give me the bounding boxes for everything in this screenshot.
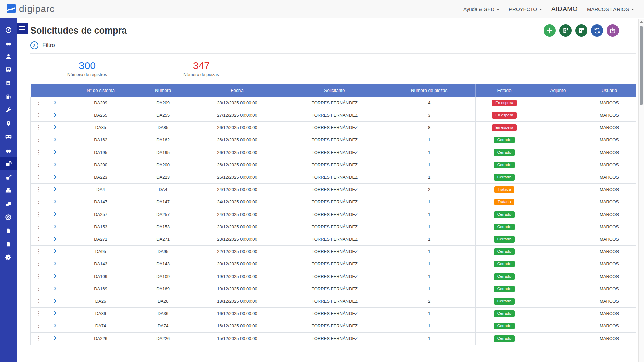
column-header-solicitante[interactable]: Solicitante (286, 84, 383, 97)
row-actions-menu-icon[interactable]: ⋮ (36, 124, 41, 130)
sidebar-item-3-bus-driver-icon[interactable] (0, 63, 17, 76)
row-actions-menu-icon[interactable]: ⋮ (36, 273, 41, 279)
row-requester: TORRES FERNÁNDEZ (286, 109, 383, 121)
sidebar-item-2-user-icon[interactable] (0, 50, 17, 63)
row-actions-menu-icon[interactable]: ⋮ (36, 112, 41, 118)
sidebar-item-7-map-pin-icon[interactable] (0, 117, 17, 130)
sidebar-item-12-cash-register-icon[interactable] (0, 184, 17, 197)
sidebar-item-17-gear-icon[interactable] (0, 251, 17, 264)
topnav-item-aidamo[interactable]: AIDAMO (551, 5, 578, 13)
add-button[interactable] (544, 24, 556, 37)
row-actions-menu-icon[interactable]: ⋮ (36, 286, 41, 291)
row-expand-chevron-icon[interactable] (53, 162, 57, 168)
row-expand-chevron-icon[interactable] (53, 125, 57, 130)
column-header-usuario[interactable]: Usuario (583, 84, 636, 97)
column-header-n-mero-de-piezas[interactable]: Número de piezas (383, 84, 476, 97)
sidebar-item-11-purchase-order-icon[interactable] (0, 170, 17, 184)
row-expand-chevron-icon[interactable] (53, 249, 57, 254)
row-expand-chevron-icon[interactable] (53, 311, 57, 316)
row-expand-chevron-icon[interactable] (53, 137, 57, 143)
sidebar-item-16-file-icon[interactable] (0, 237, 17, 251)
sidebar-item-4-document-lines-icon[interactable] (0, 76, 17, 90)
column-header-adjunto[interactable]: Adjunto (533, 84, 583, 97)
row-expand-chevron-icon[interactable] (53, 299, 57, 304)
row-requester: TORRES FERNÁNDEZ (286, 245, 383, 258)
row-actions-menu-icon[interactable]: ⋮ (36, 162, 41, 167)
plus-icon (546, 27, 553, 34)
sidebar-item-9-car-icon[interactable] (0, 143, 17, 157)
bus-driver-icon (5, 66, 12, 73)
row-expand-chevron-icon[interactable] (53, 150, 57, 155)
column-header-estado[interactable]: Estado (476, 84, 533, 97)
row-actions-menu-icon[interactable]: ⋮ (36, 100, 41, 105)
sidebar-item-8-truck-icon[interactable] (0, 130, 17, 143)
row-date: 24/12/2025 00:00:00 (188, 208, 286, 221)
column-header-fecha[interactable]: Fecha (188, 84, 286, 97)
sidebar (0, 18, 17, 362)
document-lines-icon (5, 80, 11, 86)
row-expand-chevron-icon[interactable] (53, 175, 57, 180)
topnav-item-marcos-larios[interactable]: MARCOS LARIOS (587, 6, 634, 12)
export-excel-all-button[interactable] (575, 24, 587, 37)
row-pieces-count: 1 (383, 320, 476, 332)
row-actions-menu-icon[interactable]: ⋮ (36, 310, 41, 316)
topnav-item-proyecto[interactable]: PROYECTO (509, 6, 542, 12)
row-actions-menu-icon[interactable]: ⋮ (36, 137, 41, 142)
row-expand-chevron-icon[interactable] (53, 100, 57, 106)
row-actions-menu-icon[interactable]: ⋮ (36, 211, 41, 217)
row-expand-chevron-icon[interactable] (53, 237, 57, 242)
row-expand-chevron-icon[interactable] (53, 274, 57, 279)
row-expand-chevron-icon[interactable] (53, 212, 57, 217)
row-actions-menu-icon[interactable]: ⋮ (36, 224, 41, 229)
row-expand-chevron-icon[interactable] (53, 199, 57, 205)
row-actions-menu-icon[interactable]: ⋮ (36, 186, 41, 192)
row-expand-chevron-icon[interactable] (53, 286, 57, 292)
sidebar-item-0-dashboard-icon[interactable] (0, 23, 17, 36)
scroll-up-arrow-icon[interactable] (640, 21, 643, 23)
row-system-number: DA209 (63, 97, 138, 109)
file-icon (6, 241, 11, 247)
excel-icon (562, 27, 569, 34)
purchase-order-icon (5, 174, 12, 181)
row-actions-menu-icon[interactable]: ⋮ (36, 323, 41, 328)
scrollbar-thumb[interactable] (640, 26, 643, 105)
sidebar-item-10-purchase-request-icon[interactable] (0, 157, 17, 170)
row-expand-chevron-icon[interactable] (53, 113, 57, 118)
vertical-scrollbar[interactable] (638, 19, 644, 362)
column-header-n-mero[interactable]: Número (138, 84, 188, 97)
stat-n-mero-de-piezas: 347Número de piezas (161, 60, 241, 77)
dashboard-icon (5, 26, 12, 33)
row-expand-chevron-icon[interactable] (53, 224, 57, 230)
export-excel-button[interactable] (559, 24, 572, 37)
sidebar-item-1-car-icon[interactable] (0, 36, 17, 50)
row-expand-chevron-icon[interactable] (53, 261, 57, 267)
row-expand-chevron-icon[interactable] (53, 187, 57, 192)
row-actions-menu-icon[interactable]: ⋮ (36, 335, 41, 341)
row-expand-chevron-icon[interactable] (53, 323, 57, 329)
row-expand-chevron-icon[interactable] (53, 336, 57, 341)
column-header-n-de-sistema[interactable]: N° de sistema (63, 84, 138, 97)
row-actions-menu-icon[interactable]: ⋮ (36, 149, 41, 155)
topbar: digiparc Ayuda & GEDPROYECTOAIDAMOMARCOS… (0, 0, 644, 18)
filter-toggle[interactable]: Filtro (30, 41, 638, 49)
sidebar-item-14-tire-icon[interactable] (0, 210, 17, 224)
sidebar-item-6-wrench-icon[interactable] (0, 103, 17, 117)
sidebar-item-15-file-icon[interactable] (0, 224, 17, 237)
sidebar-item-5-fuel-pump-icon[interactable] (0, 90, 17, 103)
sidebar-item-13-coins-icon[interactable] (0, 197, 17, 210)
filter-expand-icon[interactable] (30, 41, 38, 49)
row-actions-menu-icon[interactable]: ⋮ (36, 261, 41, 266)
row-attachment (533, 183, 583, 196)
divider (30, 53, 636, 54)
status-badge: Tratada (494, 199, 514, 205)
refresh-button[interactable] (591, 24, 603, 37)
row-actions-menu-icon[interactable]: ⋮ (36, 199, 41, 204)
row-actions-menu-icon[interactable]: ⋮ (36, 174, 41, 180)
import-button[interactable] (607, 24, 619, 37)
sidebar-toggle-button[interactable] (17, 23, 28, 34)
row-actions-menu-icon[interactable]: ⋮ (36, 248, 41, 254)
row-actions-menu-icon[interactable]: ⋮ (36, 298, 41, 304)
topnav-item-ayuda-ged[interactable]: Ayuda & GED (463, 6, 499, 12)
row-system-number: DA195 (63, 146, 138, 159)
row-actions-menu-icon[interactable]: ⋮ (36, 236, 41, 242)
